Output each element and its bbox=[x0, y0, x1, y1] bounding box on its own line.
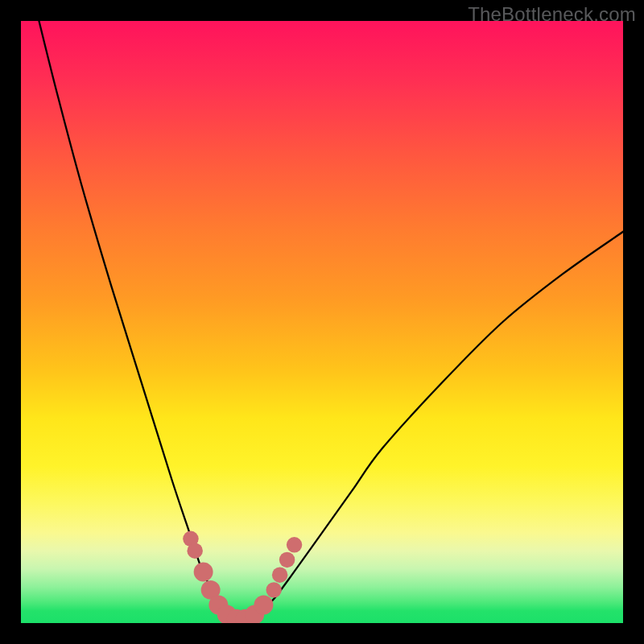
curve-layer bbox=[39, 21, 623, 621]
bottleneck-curve bbox=[39, 21, 623, 621]
data-marker bbox=[194, 562, 213, 581]
watermark-text: TheBottleneck.com bbox=[468, 3, 636, 26]
data-marker bbox=[187, 543, 202, 559]
plot-area bbox=[21, 21, 623, 623]
data-marker bbox=[287, 537, 302, 552]
data-marker bbox=[272, 567, 287, 582]
data-marker bbox=[266, 582, 281, 597]
chart-frame: TheBottleneck.com bbox=[0, 0, 644, 644]
marker-layer bbox=[183, 531, 302, 623]
data-marker bbox=[279, 552, 295, 568]
bottleneck-chart bbox=[21, 21, 623, 623]
data-marker bbox=[254, 596, 273, 615]
